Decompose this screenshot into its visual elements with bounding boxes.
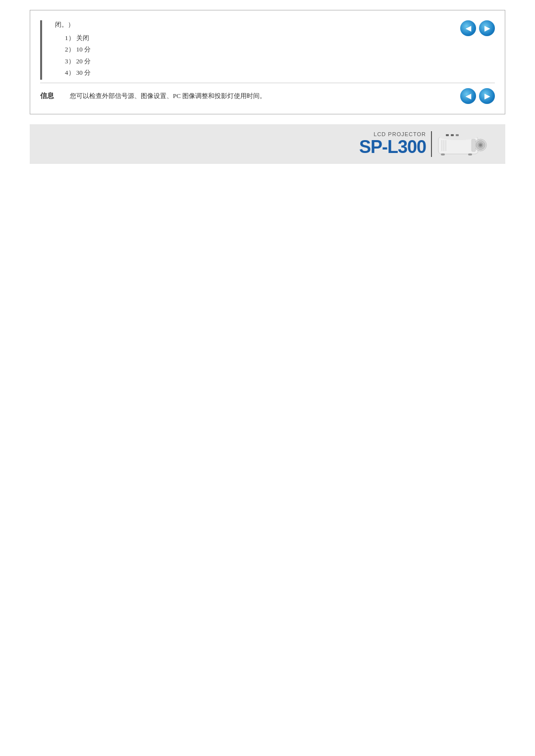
info-label: 信息 [40, 92, 60, 101]
item-number: 2） [65, 46, 75, 53]
item-label: 20 分 [76, 57, 91, 65]
prev-button-info[interactable]: ◀ [460, 88, 476, 104]
list-item: 2） 10 分 [65, 44, 450, 55]
banner-model: SP-L300 [359, 137, 426, 157]
banner-content: LCD PROJECTOR SP-L300 [359, 129, 490, 159]
list-item: 4） 30 分 [65, 67, 450, 78]
svg-rect-7 [451, 134, 454, 136]
projector-image [436, 129, 490, 159]
item-number: 1） [65, 34, 75, 42]
banner-text-block: LCD PROJECTOR SP-L300 [359, 131, 432, 157]
nav-buttons-bottom: ◀ ▶ [460, 88, 495, 104]
next-button-info[interactable]: ▶ [479, 88, 495, 104]
item-label: 30 分 [76, 69, 91, 76]
list-item: 3） 20 分 [65, 55, 450, 67]
menu-list: 1） 关闭 2） 10 分 3） 20 分 4） 30 分 [50, 32, 450, 79]
svg-rect-12 [472, 139, 476, 151]
item-label: 10 分 [76, 46, 91, 53]
list-item: 1） 关闭 [65, 32, 450, 44]
menu-prefix: 闭。） [50, 20, 450, 29]
content-box: 闭。） 1） 关闭 2） 10 分 3） 20 分 4） [30, 10, 505, 114]
upper-content: 闭。） 1） 关闭 2） 10 分 3） 20 分 4） [50, 20, 450, 79]
svg-rect-14 [468, 153, 472, 155]
info-text: 您可以检查外部信号源、图像设置、PC 图像调整和投影灯使用时间。 [70, 92, 450, 101]
left-bar [40, 20, 42, 80]
page-wrapper: 闭。） 1） 关闭 2） 10 分 3） 20 分 4） [0, 0, 535, 174]
svg-rect-6 [446, 134, 449, 136]
next-arrow-info-icon: ▶ [484, 93, 490, 100]
projector-svg [436, 129, 490, 159]
bottom-banner: LCD PROJECTOR SP-L300 [30, 124, 505, 164]
prev-button[interactable]: ◀ [460, 20, 476, 36]
item-number: 3） [65, 57, 75, 65]
prev-arrow-icon: ◀ [466, 25, 471, 32]
svg-point-5 [479, 144, 482, 147]
item-number: 4） [65, 69, 75, 76]
item-label: 关闭 [76, 34, 89, 42]
svg-rect-13 [441, 153, 445, 155]
next-arrow-icon: ▶ [484, 25, 490, 32]
prev-arrow-info-icon: ◀ [466, 93, 471, 100]
info-row: 信息 您可以检查外部信号源、图像设置、PC 图像调整和投影灯使用时间。 ◀ ▶ [30, 83, 505, 109]
svg-rect-8 [456, 134, 459, 136]
upper-row: 闭。） 1） 关闭 2） 10 分 3） 20 分 4） [30, 15, 505, 83]
next-button[interactable]: ▶ [479, 20, 495, 36]
nav-buttons-top: ◀ ▶ [460, 20, 495, 36]
